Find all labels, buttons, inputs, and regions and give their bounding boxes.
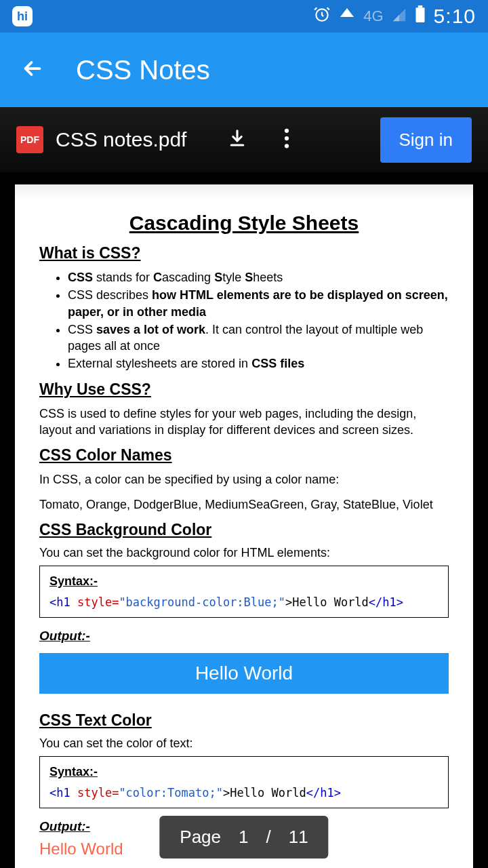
output-bg-demo: Hello World: [39, 653, 449, 694]
page-label: Page: [180, 827, 221, 848]
why-use-css-text: CSS is used to define styles for your we…: [39, 406, 449, 439]
code-box-text: Syntax:- <h1 style="color:Tomato;">Hello…: [39, 756, 449, 808]
code-box-bg: Syntax:- <h1 style="background-color:Blu…: [39, 566, 449, 618]
list-item: External stylesheets are stored in CSS f…: [68, 355, 449, 372]
syntax-label: Syntax:-: [49, 574, 439, 589]
page-indicator: Page 1 / 11: [159, 816, 328, 859]
svg-point-5: [285, 144, 289, 148]
list-item: CSS describes how HTML elements are to b…: [68, 287, 449, 320]
app-bar: CSS Notes: [0, 33, 488, 107]
pdf-page: Cascading Style Sheets What is CSS? CSS …: [15, 184, 473, 868]
app-title: CSS Notes: [76, 55, 210, 85]
doc-title: Cascading Style Sheets: [39, 212, 449, 235]
battery-icon: [415, 5, 426, 28]
page-current: 1: [239, 827, 248, 848]
signal-icon: [392, 5, 407, 27]
hi-app-icon: hi: [12, 6, 33, 26]
what-is-css-list: CSS stands for Cascading Style Sheets CS…: [68, 269, 449, 372]
download-icon[interactable]: [227, 128, 247, 151]
color-names-list: Tomato, Orange, DodgerBlue, MediumSeaGre…: [39, 496, 449, 513]
syntax-label: Syntax:-: [49, 765, 439, 779]
section-bg-color: CSS Background Color: [39, 521, 449, 539]
bg-color-intro: You can set the background color for HTM…: [39, 546, 449, 560]
more-menu-icon[interactable]: [284, 128, 289, 151]
page-total: 11: [289, 827, 308, 848]
color-names-intro: In CSS, a color can be specified by usin…: [39, 471, 449, 488]
pdf-toolbar: PDF CSS notes.pdf Sign in: [0, 107, 488, 172]
network-label: 4G: [363, 7, 383, 25]
text-color-intro: You can set the color of text:: [39, 736, 449, 751]
list-item: CSS stands for Cascading Style Sheets: [68, 269, 449, 285]
code-line: <h1 style="background-color:Blue;">Hello…: [49, 595, 439, 609]
wifi-icon: [339, 5, 355, 27]
output-label: Output:-: [39, 629, 449, 644]
sign-in-button[interactable]: Sign in: [380, 117, 472, 163]
document-viewport[interactable]: Cascading Style Sheets What is CSS? CSS …: [0, 172, 488, 868]
clock: 5:10: [434, 5, 476, 28]
section-what-is-css: What is CSS?: [39, 244, 449, 262]
alarm-icon: [313, 5, 331, 28]
section-why-use-css: Why Use CSS?: [39, 380, 449, 399]
pdf-badge-icon: PDF: [16, 126, 43, 153]
code-line: <h1 style="color:Tomato;">Hello World</h…: [49, 786, 439, 800]
svg-rect-2: [418, 5, 422, 7]
section-color-names: CSS Color Names: [39, 446, 449, 465]
status-bar: hi 4G 5:10: [0, 0, 488, 33]
list-item: CSS saves a lot of work. It can control …: [68, 321, 449, 355]
svg-point-3: [285, 129, 289, 133]
svg-rect-1: [415, 7, 424, 22]
section-text-color: CSS Text Color: [39, 711, 449, 730]
page-separator: /: [266, 827, 271, 848]
back-button[interactable]: [20, 56, 45, 83]
svg-point-4: [285, 136, 289, 140]
pdf-filename: CSS notes.pdf: [56, 128, 186, 151]
